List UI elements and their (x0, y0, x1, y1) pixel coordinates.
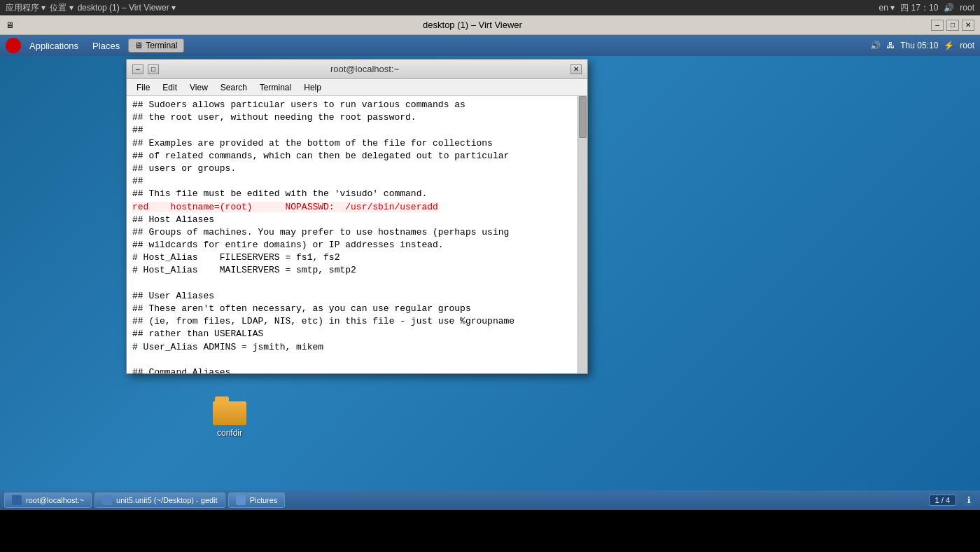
taskbar-item-pictures-label: Pictures (250, 496, 278, 504)
taskbar-item-pictures[interactable]: Pictures (228, 492, 286, 508)
terminal-close-button[interactable]: ✕ (570, 64, 582, 74)
gnome-panel-right: 🔊 🖧 Thu 05:10 ⚡ root (870, 41, 974, 50)
terminal-minimize-button[interactable]: – (132, 64, 144, 74)
terminal-menu-search[interactable]: Search (215, 81, 253, 94)
virt-viewer-title: desktop (1) – Virt Viewer (14, 20, 931, 30)
virt-viewer-titlebar: 🖥 desktop (1) – Virt Viewer – □ ✕ (0, 15, 980, 35)
virt-viewer-controls: – □ ✕ (931, 20, 974, 31)
panel-user: root (960, 41, 974, 50)
terminal-menu-file[interactable]: File (131, 81, 155, 94)
taskbar-right: 1 / 4 ℹ (929, 493, 976, 507)
taskbar-item-terminal-label: root@localhost:~ (26, 496, 84, 504)
terminal-launcher-label: Terminal (146, 41, 177, 50)
places-menu[interactable]: Places (87, 39, 125, 53)
terminal-launcher-icon: 🖥 (134, 41, 143, 50)
terminal-menu-edit[interactable]: Edit (157, 81, 183, 94)
os-user: root (960, 3, 974, 13)
taskbar: root@localhost:~ unit5.unit5 (~/Desktop)… (0, 490, 980, 510)
terminal-menu-help[interactable]: Help (298, 81, 327, 94)
folder-tab (215, 396, 229, 401)
os-app-menu[interactable]: 应用程序 ▾ (6, 2, 46, 14)
applications-menu[interactable]: Applications (24, 39, 84, 53)
os-topbar-left: 应用程序 ▾ 位置 ▾ desktop (1) – Virt Viewer ▾ (6, 2, 176, 14)
panel-power-icon: ⚡ (944, 41, 954, 50)
folder-body (213, 401, 246, 425)
virt-minimize-button[interactable]: – (931, 20, 944, 31)
panel-network-icon: 🖧 (886, 41, 895, 50)
terminal-text-output: ## Sudoers allows particular users to ru… (132, 99, 582, 373)
terminal-maximize-button[interactable]: □ (148, 64, 159, 74)
terminal-window: – □ root@localhost:~ ✕ File Edit View Se… (126, 59, 588, 374)
taskbar-item-gedit-label: unit5.unit5 (~/Desktop) - gedit (116, 496, 218, 504)
os-topbar-right: en ▾ 四 17：10 🔊 root (879, 2, 974, 14)
terminal-menubar: File Edit View Search Terminal Help (127, 79, 587, 96)
virt-viewer-icon: 🖥 (6, 20, 14, 30)
desktop-icon-confdir[interactable]: confdir (202, 396, 258, 438)
os-lang[interactable]: en ▾ (879, 3, 895, 13)
pictures-taskbar-icon (236, 495, 246, 505)
scrollbar-thumb (579, 96, 587, 138)
desktop: 🏠 home Trash study (0, 56, 980, 490)
taskbar-item-gedit[interactable]: unit5.unit5 (~/Desktop) - gedit (94, 492, 225, 508)
terminal-launcher[interactable]: 🖥 Terminal (128, 39, 183, 53)
gedit-taskbar-icon (102, 495, 112, 505)
os-window-title[interactable]: desktop (1) – Virt Viewer ▾ (78, 3, 176, 13)
virt-maximize-button[interactable]: □ (946, 20, 959, 31)
taskbar-item-terminal[interactable]: root@localhost:~ (4, 492, 92, 508)
info-icon: ℹ (962, 493, 976, 507)
page-indicator: 1 / 4 (929, 495, 956, 506)
os-places-menu[interactable]: 位置 ▾ (50, 2, 73, 14)
terminal-window-title: root@localhost:~ (163, 64, 566, 74)
terminal-scrollbar[interactable] (578, 96, 587, 373)
terminal-content[interactable]: ## Sudoers allows particular users to ru… (127, 96, 587, 373)
line-1: ## Sudoers allows particular users to ru… (132, 99, 509, 199)
os-time: 四 17：10 (900, 2, 938, 14)
panel-time: Thu 05:10 (900, 41, 938, 50)
virt-close-button[interactable]: ✕ (962, 20, 974, 31)
terminal-titlebar: – □ root@localhost:~ ✕ (127, 60, 587, 79)
red-line: red hostname=(root) NOPASSWD: /usr/sbin/… (132, 202, 438, 212)
os-volume-icon: 🔊 (944, 3, 954, 13)
confdir-icon-label: confdir (217, 428, 242, 438)
panel-volume-icon: 🔊 (870, 41, 881, 50)
terminal-menu-view[interactable]: View (184, 81, 214, 94)
confdir-folder-icon (213, 396, 246, 425)
line-rest: ## Host Aliases ## Groups of machines. Y… (132, 214, 514, 373)
gnome-panel: Applications Places 🖥 Terminal 🔊 🖧 Thu 0… (0, 35, 980, 56)
os-topbar: 应用程序 ▾ 位置 ▾ desktop (1) – Virt Viewer ▾ … (0, 0, 980, 15)
gnome-logo (6, 38, 21, 53)
terminal-taskbar-icon (12, 495, 22, 505)
terminal-menu-terminal[interactable]: Terminal (254, 81, 297, 94)
